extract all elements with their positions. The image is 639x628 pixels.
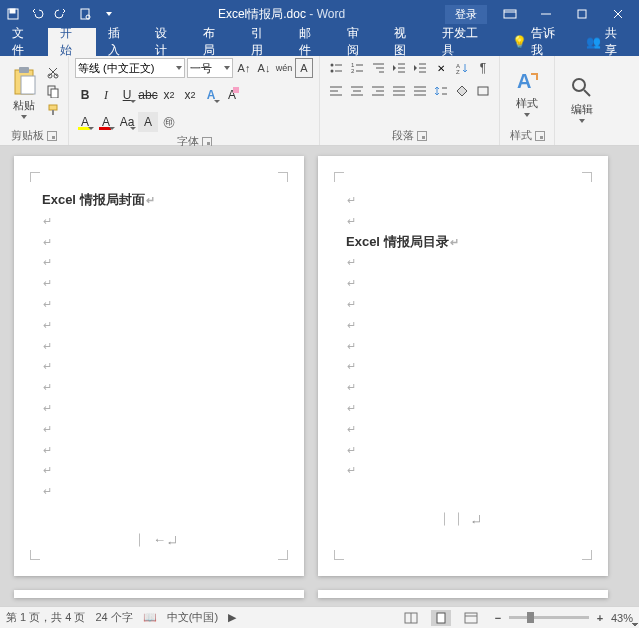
clear-formatting-icon[interactable]: A (222, 85, 242, 105)
sort-button[interactable]: AZ (452, 58, 472, 78)
window-title: Excel情报局.doc - Word (118, 6, 445, 23)
change-case-button[interactable]: Aa (117, 112, 137, 132)
print-preview-icon[interactable] (76, 5, 94, 23)
word-count[interactable]: 24 个字 (95, 610, 132, 625)
paragraph-label: 段落 (392, 128, 414, 143)
svg-rect-16 (51, 89, 58, 98)
bold-button[interactable]: B (75, 85, 95, 105)
zoom-out-button[interactable]: − (491, 612, 505, 624)
page-2[interactable]: ↵ ↵ Excel 情报局目录↵ ↵ ↵ ↵ ↵ ↵ ↵ ↵ ↵ ↵ ↵ ↵ ⎸… (318, 156, 608, 576)
login-button[interactable]: 登录 (445, 5, 487, 24)
styles-button[interactable]: A 样式 (506, 58, 548, 126)
shrink-font-icon[interactable]: A↓ (255, 58, 273, 78)
line-spacing-button[interactable] (431, 81, 451, 101)
svg-rect-4 (504, 10, 516, 18)
align-left-icon[interactable] (326, 81, 346, 101)
section-break-1: ⎸←↵ (42, 532, 276, 548)
shading-button[interactable] (452, 81, 472, 101)
share-button[interactable]: 👥共享 (576, 28, 639, 56)
clipboard-launcher[interactable] (47, 131, 57, 141)
tab-layout[interactable]: 布局 (191, 28, 239, 56)
tab-mailings[interactable]: 邮件 (287, 28, 335, 56)
tab-review[interactable]: 审阅 (335, 28, 383, 56)
tab-references[interactable]: 引用 (239, 28, 287, 56)
numbering-button[interactable]: 12 (347, 58, 367, 78)
svg-text:2: 2 (351, 68, 355, 74)
ribbon-options-icon[interactable] (493, 4, 527, 24)
char-shading-icon[interactable]: A (138, 112, 158, 132)
spellcheck-icon[interactable]: 📖 (143, 611, 157, 624)
show-hide-marks-icon[interactable]: ¶ (473, 58, 493, 78)
font-size-select[interactable]: 一号 (187, 58, 233, 78)
zoom-slider[interactable] (509, 616, 589, 619)
group-paragraph: 12 ✕ AZ ¶ 段落 (320, 56, 500, 145)
highlight-button[interactable]: A (75, 112, 95, 132)
bullets-button[interactable] (326, 58, 346, 78)
char-border-icon[interactable]: A (295, 58, 313, 78)
title-bar: Excel情报局.doc - Word 登录 (0, 0, 639, 28)
superscript-button[interactable]: x2 (180, 85, 200, 105)
styles-launcher[interactable] (535, 131, 545, 141)
svg-rect-17 (49, 105, 57, 110)
find-icon (570, 76, 594, 100)
editing-label: 编辑 (571, 102, 593, 117)
underline-button[interactable]: U (117, 85, 137, 105)
align-right-icon[interactable] (368, 81, 388, 101)
strikethrough-button[interactable]: abc (138, 85, 158, 105)
italic-button[interactable]: I (96, 85, 116, 105)
document-area[interactable]: Excel 情报局封面↵ ↵ ↵ ↵ ↵ ↵ ↵ ↵ ↵ ↵ ↵ ↵ ↵ ↵ ↵… (0, 146, 639, 606)
zoom-in-button[interactable]: + (593, 612, 607, 624)
copy-icon[interactable] (46, 84, 62, 100)
format-painter-icon[interactable] (46, 103, 62, 119)
phonetic-guide-icon[interactable]: wén (275, 58, 293, 78)
minimize-icon[interactable] (529, 4, 563, 24)
read-mode-icon[interactable] (401, 610, 421, 626)
print-layout-icon[interactable] (431, 610, 451, 626)
editing-button[interactable]: 编辑 (561, 58, 603, 141)
paragraph-launcher[interactable] (417, 131, 427, 141)
maximize-icon[interactable] (565, 4, 599, 24)
undo-icon[interactable] (28, 5, 46, 23)
close-icon[interactable] (601, 4, 635, 24)
tab-design[interactable]: 设计 (143, 28, 191, 56)
tab-home[interactable]: 开始 (48, 28, 96, 56)
macro-indicator-icon[interactable]: ▶ (228, 611, 236, 624)
decrease-indent-icon[interactable] (389, 58, 409, 78)
enclose-char-icon[interactable]: ㊞ (159, 112, 179, 132)
page-3-stub[interactable] (14, 590, 304, 598)
language-indicator[interactable]: 中文(中国) (167, 610, 218, 625)
cut-icon[interactable] (46, 65, 62, 81)
paste-button[interactable]: 粘贴 (6, 58, 42, 126)
tab-insert[interactable]: 插入 (96, 28, 144, 56)
group-styles: A 样式 样式 (500, 56, 555, 145)
page-4-stub[interactable] (318, 590, 608, 598)
grow-font-icon[interactable]: A↑ (235, 58, 253, 78)
svg-rect-56 (478, 87, 488, 95)
font-name-select[interactable]: 等线 (中文正文) (75, 58, 185, 78)
borders-button[interactable] (473, 81, 493, 101)
page-1[interactable]: Excel 情报局封面↵ ↵ ↵ ↵ ↵ ↵ ↵ ↵ ↵ ↵ ↵ ↵ ↵ ↵ ↵… (14, 156, 304, 576)
font-launcher[interactable] (202, 137, 212, 147)
increase-indent-icon[interactable] (410, 58, 430, 78)
font-color-button[interactable]: A (96, 112, 116, 132)
styles-icon: A (513, 68, 541, 94)
align-justify-icon[interactable] (389, 81, 409, 101)
tab-developer[interactable]: 开发工具 (430, 28, 502, 56)
asian-layout-button[interactable]: ✕ (431, 58, 451, 78)
qat-customize-icon[interactable] (100, 5, 118, 23)
text-effects-button[interactable]: A (201, 85, 221, 105)
web-layout-icon[interactable] (461, 610, 481, 626)
tab-view[interactable]: 视图 (382, 28, 430, 56)
save-icon[interactable] (4, 5, 22, 23)
align-center-icon[interactable] (347, 81, 367, 101)
font-name-value: 等线 (中文正文) (78, 61, 154, 76)
multilevel-list-button[interactable] (368, 58, 388, 78)
distribute-icon[interactable] (410, 81, 430, 101)
paste-label: 粘贴 (13, 98, 35, 113)
redo-icon[interactable] (52, 5, 70, 23)
subscript-button[interactable]: x2 (159, 85, 179, 105)
tab-file[interactable]: 文件 (0, 28, 48, 56)
page-indicator[interactable]: 第 1 页，共 4 页 (6, 610, 85, 625)
tell-me[interactable]: 💡告诉我 (502, 28, 577, 56)
zoom-percent[interactable]: 43% (611, 612, 633, 624)
